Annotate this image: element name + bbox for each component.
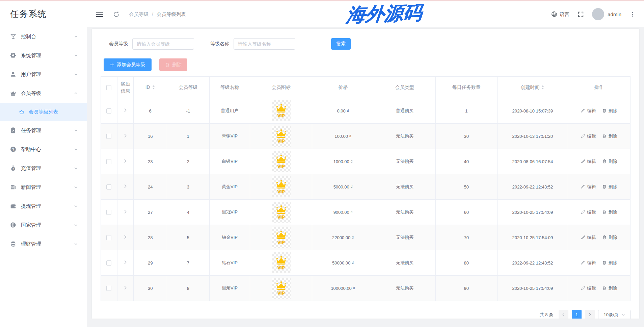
page-1-button[interactable]: 1 [572, 310, 582, 319]
table-row: 27 4 皇冠VIP VIP 9000.00 ₫ 无法购买 60 2020-10… [101, 200, 630, 225]
delete-button[interactable]: 删除 [602, 158, 617, 165]
breadcrumb-item[interactable]: 会员等级 [129, 11, 149, 18]
delete-button[interactable]: 删除 [602, 234, 617, 241]
trash-icon [602, 260, 607, 265]
cell-type: 普通购买 [374, 98, 435, 124]
row-checkbox[interactable] [106, 286, 111, 291]
edit-button[interactable]: 编辑 [581, 209, 596, 215]
column-header-expand: 奖励信息 [117, 77, 134, 98]
sidebar-item-label: 充值管理 [21, 165, 74, 172]
column-header-name: 等级名称 [209, 77, 250, 98]
svg-text:VIP: VIP [277, 113, 285, 118]
cell-price: 0.00 ₫ [312, 98, 374, 124]
column-header-icon: 会员图标 [250, 77, 312, 98]
cell-id: 24 [134, 174, 167, 200]
sidebar-item-news[interactable]: 新闻管理 [0, 178, 87, 197]
cell-created: 2020-10-13 17:51:20 [498, 124, 568, 149]
crown-vip-icon: VIP [274, 103, 288, 119]
member-level-input[interactable] [132, 38, 194, 50]
content-card: 会员等级 等级名称 搜索 添加会员等级 [92, 29, 639, 319]
row-checkbox[interactable] [106, 108, 111, 114]
user-menu[interactable]: admin [592, 8, 621, 20]
member-level-label: 会员等级 [109, 41, 128, 47]
column-label: ID [145, 84, 150, 91]
sidebar-item-finance[interactable]: 理财管理 [0, 234, 87, 253]
sort-caret-icon[interactable] [152, 85, 155, 90]
delete-button[interactable]: 删除 [602, 108, 617, 114]
vip-icon: VIP [272, 278, 291, 299]
sidebar-item-help[interactable]: ? 帮助中心 [0, 140, 87, 159]
delete-button[interactable]: 删除 [602, 209, 617, 215]
edit-button[interactable]: 编辑 [581, 285, 596, 291]
column-label: 会员等级 [179, 84, 197, 91]
delete-button[interactable]: 删除 [602, 285, 617, 291]
sidebar-item-membership[interactable]: 会员等级 [0, 84, 87, 103]
edit-button[interactable]: 编辑 [581, 184, 596, 190]
expand-row-icon[interactable] [123, 108, 128, 112]
sidebar: 任务系统 控制台 系统管理 用户管理 会员等级 会员等级列表 任务管理 ? 帮助… [0, 1, 87, 327]
column-header-id[interactable]: ID [134, 77, 167, 98]
select-all-checkbox[interactable] [106, 85, 111, 90]
page-size-select[interactable]: 10条/页 [598, 310, 630, 319]
cell-daily: 1 [435, 98, 498, 124]
fullscreen-icon[interactable] [578, 11, 584, 18]
menu-toggle-icon[interactable] [96, 11, 104, 17]
divider [599, 184, 599, 189]
sort-caret-icon[interactable] [541, 85, 544, 90]
expand-row-icon[interactable] [123, 184, 128, 188]
column-header-daily: 每日任务数量 [435, 77, 498, 98]
trash-icon [602, 159, 607, 164]
pencil-icon [581, 260, 585, 265]
row-checkbox[interactable] [106, 184, 111, 190]
expand-row-icon[interactable] [123, 260, 128, 265]
expand-row-icon[interactable] [123, 209, 128, 214]
row-checkbox[interactable] [106, 134, 111, 139]
add-member-level-button[interactable]: 添加会员等级 [104, 58, 152, 71]
level-name-input[interactable] [234, 38, 295, 50]
sidebar-item-withdraw[interactable]: 提现管理 [0, 197, 87, 216]
edit-button[interactable]: 编辑 [581, 158, 596, 165]
expand-row-icon[interactable] [123, 159, 128, 163]
sidebar-item-console[interactable]: 控制台 [0, 27, 87, 46]
delete-button[interactable]: 删除 [602, 184, 617, 190]
expand-row-icon[interactable] [123, 235, 128, 239]
row-checkbox[interactable] [106, 235, 111, 240]
row-checkbox[interactable] [106, 159, 111, 164]
sidebar-subitem-membership-list[interactable]: 会员等级列表 [0, 103, 87, 121]
edit-button[interactable]: 编辑 [581, 234, 596, 241]
more-options-icon[interactable] [629, 11, 635, 17]
total-count: 共 8 条 [540, 312, 553, 318]
bulk-delete-button[interactable]: 删除 [159, 58, 187, 71]
delete-button[interactable]: 删除 [602, 133, 617, 139]
edit-button[interactable]: 编辑 [581, 133, 596, 139]
column-label: 创建时间 [520, 84, 539, 91]
globe-icon [10, 222, 16, 228]
row-checkbox[interactable] [106, 260, 111, 266]
search-button[interactable]: 搜索 [331, 38, 351, 50]
sidebar-item-recharge[interactable]: ¥ 充值管理 [0, 159, 87, 178]
expand-row-icon[interactable] [123, 285, 128, 290]
language-label: 语言 [560, 11, 569, 18]
refresh-icon[interactable] [113, 11, 119, 18]
clipboard-icon [10, 127, 16, 133]
edit-button[interactable]: 编辑 [581, 108, 596, 114]
row-checkbox[interactable] [106, 210, 111, 215]
edit-button[interactable]: 编辑 [581, 260, 596, 266]
breadcrumb-item-current: 会员等级列表 [157, 11, 186, 18]
expand-row-icon[interactable] [123, 133, 128, 138]
sidebar-item-system[interactable]: 系统管理 [0, 46, 87, 65]
next-page-button[interactable] [585, 310, 595, 319]
sidebar-item-label: 用户管理 [21, 71, 74, 78]
sidebar-item-country[interactable]: 国家管理 [0, 216, 87, 234]
divider [599, 235, 599, 240]
column-header-created[interactable]: 创建时间 [498, 77, 568, 98]
table-row: 29 7 钻石VIP VIP 50000.00 ₫ 无法购买 80 2022-0… [101, 250, 630, 276]
chevron-down-icon [74, 166, 78, 170]
cell-type: 无法购买 [374, 149, 435, 174]
delete-button[interactable]: 删除 [602, 260, 617, 266]
language-switcher[interactable]: 语言 [551, 11, 569, 18]
sidebar-item-users[interactable]: 用户管理 [0, 65, 87, 84]
sidebar-item-tasks[interactable]: 任务管理 [0, 121, 87, 140]
cell-name: 青铜VIP [209, 124, 250, 149]
prev-page-button[interactable] [559, 310, 568, 319]
